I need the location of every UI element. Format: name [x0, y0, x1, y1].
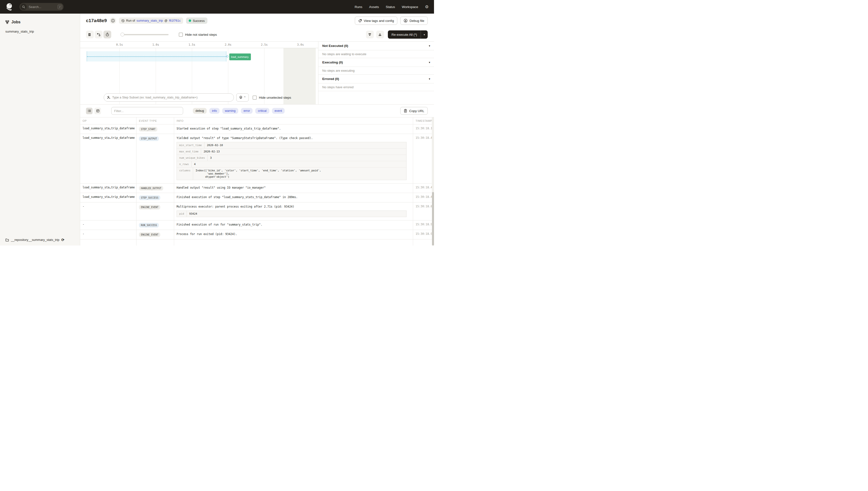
- metadata-row: columnsIndex(['bike_id', 'color', 'start…: [177, 168, 406, 180]
- hide-unselected-checkbox[interactable]: [253, 95, 257, 100]
- log-scrollbar-thumb[interactable]: [432, 192, 434, 246]
- tag-icon: [358, 19, 362, 23]
- copy-url-label: Copy URL: [409, 109, 424, 113]
- log-level-chip-critical[interactable]: critical: [255, 108, 269, 114]
- chevron-down-icon: ▾: [429, 61, 430, 64]
- flat-view-button[interactable]: [95, 31, 102, 38]
- event-type-badge: STEP_SUCCESS: [139, 196, 160, 200]
- dagster-logo-icon[interactable]: [5, 2, 14, 11]
- status-label: Success: [193, 19, 205, 23]
- reexecute-all-button[interactable]: Re-execute All (*) ▾: [388, 30, 428, 39]
- log-filter-box: [111, 107, 183, 115]
- info-cell: Handled output "result" using IO manager…: [174, 183, 413, 193]
- gantt-toolbar: Hide not started steps Re-execute All (*…: [80, 28, 434, 41]
- expand-panel-up-icon[interactable]: [376, 31, 384, 38]
- step-status-section-header[interactable]: Executing (0)▾: [318, 58, 434, 67]
- log-table-row[interactable]: load_summary_sta…trip_dataframeSTEP_OUTP…: [80, 134, 434, 183]
- apply-subset-caret: ⌃: [244, 96, 246, 99]
- log-list-view-button[interactable]: [86, 108, 93, 114]
- step-status-section-header[interactable]: Not Executed (0)▾: [318, 41, 434, 50]
- step-subset-box: [104, 93, 234, 102]
- search-shortcut-key: /: [58, 5, 62, 9]
- nav-item-status[interactable]: Status: [386, 5, 395, 9]
- settings-gear-icon[interactable]: ⚙: [425, 5, 429, 9]
- view-tags-config-button[interactable]: View tags and config: [355, 17, 397, 25]
- metadata-value: 93424: [187, 211, 199, 217]
- copy-url-button[interactable]: Copy URL: [400, 107, 428, 115]
- gantt-axis-tick: 3.0s: [295, 43, 306, 47]
- apply-subset-button[interactable]: ⌃: [236, 93, 249, 102]
- info-text: Started execution of step "load_summary_…: [177, 127, 410, 131]
- run-of-tag: Run of summary_stats_trip @ f61f761c: [119, 18, 183, 24]
- metadata-value: 3: [208, 155, 214, 161]
- step-status-section-title: Errored (0): [322, 77, 339, 81]
- metadata-table: min_start_time2020-02-10max_end_time2020…: [177, 142, 407, 180]
- collapse-panel-down-icon[interactable]: [366, 31, 374, 38]
- log-level-chip-debug[interactable]: debug: [193, 108, 207, 114]
- jobs-header: Jobs: [5, 20, 74, 24]
- reexecute-dropdown-caret[interactable]: ▾: [421, 30, 428, 39]
- event-type-cell: HANDLED_OUTPUT: [136, 183, 174, 193]
- gantt-axis-tick: 1.0s: [150, 43, 161, 47]
- log-level-chip-warning[interactable]: warning: [222, 108, 238, 114]
- log-table-row[interactable]: -ENGINE_EVENTProcess for run exited (pid…: [80, 230, 434, 239]
- timestamp-cell: 15:30:18.427: [413, 134, 434, 183]
- log-level-chip-error[interactable]: error: [241, 108, 253, 114]
- metadata-row: n_rows4: [177, 161, 406, 168]
- log-scrollbar-track[interactable]: [432, 117, 434, 246]
- timestamp-cell: 15:30:18.451: [413, 193, 434, 202]
- waterfall-view-button[interactable]: [86, 31, 94, 38]
- log-filter-input[interactable]: [114, 109, 180, 113]
- reload-repository-icon[interactable]: ⟳: [61, 238, 64, 241]
- log-table-row[interactable]: -RUN_SUCCESSFinished execution of run fo…: [80, 221, 434, 230]
- timestamp-cell: 15:30:18.895: [413, 202, 434, 220]
- top-nav: RunsAssetsStatusWorkspace ⚙: [354, 5, 429, 9]
- gantt-step-bar[interactable]: load_summary.: [229, 54, 251, 60]
- gantt-axis-tick: 1.5s: [187, 43, 197, 47]
- step-status-section-header[interactable]: Errored (0)▾: [318, 75, 434, 83]
- at-separator: @: [164, 19, 167, 22]
- metadata-key: min_start_time: [177, 142, 205, 148]
- metadata-value: Index(['bike_id', 'color', 'start_time',…: [193, 168, 323, 180]
- log-table-row[interactable]: load_summary_sta…trip_dataframeSTEP_SUCC…: [80, 193, 434, 202]
- search-input[interactable]: Search... /: [20, 3, 64, 11]
- step-subset-row: ⌃ Hide unselected steps: [80, 91, 318, 104]
- event-type-badge: HANDLED_OUTPUT: [139, 186, 163, 191]
- reexecute-all-label: Re-execute All (*): [388, 30, 421, 39]
- info-text: Yielded output "result" of type "Summary…: [177, 136, 410, 140]
- step-status-section-title: Not Executed (0): [322, 44, 348, 48]
- log-level-chip-event[interactable]: event: [272, 108, 285, 114]
- info-text: Process for run exited (pid: 93424).: [177, 232, 410, 236]
- nav-item-assets[interactable]: Assets: [369, 5, 379, 9]
- nav-item-workspace[interactable]: Workspace: [402, 5, 418, 9]
- hide-not-started-checkbox[interactable]: [179, 33, 183, 37]
- event-type-cell: RUN_SUCCESS: [136, 221, 174, 230]
- log-table-row[interactable]: -ENGINE_EVENTMultiprocess executor: pare…: [80, 202, 434, 221]
- log-level-chip-info[interactable]: info: [209, 108, 220, 114]
- gantt-waiting-marker-icon: [226, 55, 228, 57]
- debug-file-button[interactable]: Debug file: [400, 17, 428, 25]
- repository-name: __repository__summary_stats_trip: [11, 238, 59, 241]
- download-circle-icon: [404, 19, 407, 23]
- op-cell: -: [80, 230, 136, 239]
- job-link[interactable]: summary_stats_trip: [136, 19, 163, 22]
- op-cell: load_summary_sta…trip_dataframe: [80, 183, 136, 193]
- op-column-header: OP: [80, 117, 136, 124]
- chevron-down-icon: ▾: [429, 78, 430, 80]
- info-column-header: INFO: [174, 117, 413, 124]
- zoom-slider[interactable]: [121, 34, 168, 35]
- log-structured-view-button[interactable]: [94, 108, 101, 114]
- log-table-row[interactable]: load_summary_sta…trip_dataframeSTEP_STAR…: [80, 124, 434, 134]
- log-table-row[interactable]: load_summary_sta…trip_dataframeHANDLED_O…: [80, 183, 434, 193]
- run-of-label: Run of: [126, 19, 135, 22]
- run-info-icon[interactable]: [110, 18, 116, 24]
- timestamp-cell: 15:30:18.929: [413, 230, 434, 239]
- sidebar-item-summary-stats-trip[interactable]: summary_stats_trip: [5, 30, 74, 33]
- zoom-slider-thumb[interactable]: [120, 33, 124, 36]
- history-clock-icon: [121, 19, 125, 22]
- step-subset-input[interactable]: [112, 96, 231, 99]
- nav-item-runs[interactable]: Runs: [354, 5, 362, 9]
- timed-view-button[interactable]: [103, 31, 111, 38]
- commit-link[interactable]: f61f761c: [169, 19, 181, 22]
- event-type-badge: ENGINE_EVENT: [139, 232, 160, 237]
